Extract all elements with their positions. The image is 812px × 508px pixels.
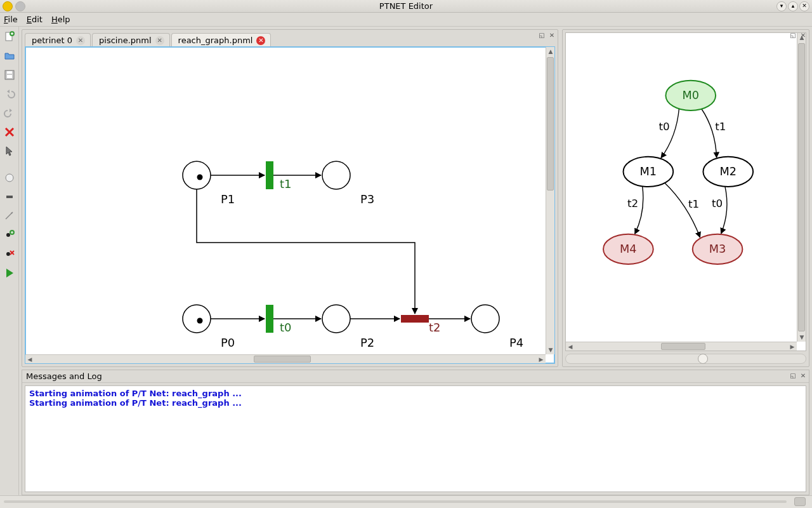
transition-disabled[interactable]: [401, 315, 429, 323]
vertical-scrollbar[interactable]: ▲ ▼: [797, 33, 806, 342]
place-tool-icon: [4, 172, 15, 184]
delete-button[interactable]: [2, 124, 17, 140]
place-node[interactable]: [471, 305, 499, 333]
app-icon: [3, 1, 13, 11]
place-label: P0: [221, 336, 235, 349]
add-token-button[interactable]: [2, 227, 17, 243]
scroll-thumb[interactable]: [254, 356, 311, 363]
scroll-thumb[interactable]: [661, 343, 705, 350]
place-node[interactable]: [322, 161, 350, 189]
new-file-button[interactable]: [2, 29, 17, 44]
save-icon: [4, 69, 15, 81]
vertical-scrollbar[interactable]: ▲ ▼: [546, 47, 554, 354]
transition-tool-button[interactable]: [2, 189, 17, 204]
state-edge[interactable]: [701, 109, 716, 158]
place-tool-button[interactable]: [2, 170, 17, 185]
log-line: Starting animation of P/T Net: reach_gra…: [29, 389, 802, 398]
scroll-left-icon[interactable]: ◀: [25, 355, 34, 364]
scroll-thumb[interactable]: [547, 57, 554, 190]
svg-point-9: [6, 252, 10, 256]
canvas[interactable]: P1P3P0P2P4t1t0t2 ▲ ▼ ◀ ▶: [25, 46, 555, 364]
svg-point-7: [6, 233, 10, 237]
maximize-button[interactable]: ▴: [788, 1, 798, 11]
state-edge-label: t1: [715, 120, 726, 133]
undo-button[interactable]: [2, 86, 17, 102]
place-label: P1: [221, 192, 235, 206]
scroll-up-icon[interactable]: ▲: [546, 47, 555, 56]
horizontal-scrollbar[interactable]: ◀ ▶: [25, 354, 546, 363]
messages-body[interactable]: Starting animation of P/T Net: reach_gra…: [25, 385, 806, 492]
menubar: File Edit Help: [0, 13, 812, 27]
menu-edit[interactable]: Edit: [27, 15, 43, 24]
arc[interactable]: [197, 189, 415, 314]
save-button[interactable]: [2, 67, 17, 83]
open-file-icon: [4, 50, 15, 62]
pane-restore-button[interactable]: ◱: [789, 371, 797, 380]
svg-rect-4: [7, 75, 12, 78]
tab-bar: petrinet 0 ✕ piscine.pnml ✕ reach_graph.…: [22, 30, 558, 46]
state-label: M1: [640, 165, 657, 178]
pane-close-button[interactable]: ✕: [547, 31, 556, 40]
messages-title: Messages and Log: [22, 370, 809, 383]
tab-close-icon[interactable]: ✕: [76, 36, 85, 45]
state-label: M0: [682, 89, 699, 102]
close-button[interactable]: ✕: [799, 1, 809, 11]
state-label: M3: [709, 243, 726, 255]
zoom-slider[interactable]: [565, 354, 806, 364]
horizontal-scrollbar[interactable]: ◀ ▶: [566, 342, 797, 351]
redo-icon: [4, 107, 15, 119]
transition-enabled[interactable]: [266, 161, 273, 189]
transition-label: t0: [280, 321, 292, 334]
tab-petrinet-0[interactable]: petrinet 0 ✕: [25, 33, 91, 47]
tab-reach-graph[interactable]: reach_graph.pnml ✕: [171, 33, 272, 47]
arc-tool-icon: [4, 210, 15, 222]
zoom-slider-knob[interactable]: [698, 354, 708, 364]
reachability-canvas[interactable]: M0M1M2M4M3t0t1t2t1t0 ▲ ▼ ◀ ▶: [565, 32, 806, 351]
add-token-icon: [4, 229, 15, 241]
transition-tool-icon: [4, 191, 15, 203]
tab-piscine[interactable]: piscine.pnml ✕: [92, 33, 170, 47]
messages-pane: ◱ ✕ Messages and Log Starting animation …: [22, 370, 809, 495]
svg-rect-6: [6, 196, 13, 198]
scroll-right-icon[interactable]: ▶: [788, 342, 797, 351]
menu-help[interactable]: Help: [51, 15, 70, 24]
pane-close-button[interactable]: ✕: [799, 371, 808, 380]
scroll-thumb[interactable]: [798, 43, 805, 331]
scroll-thumb[interactable]: [794, 497, 806, 506]
open-file-button[interactable]: [2, 48, 17, 64]
pane-restore-button[interactable]: ◱: [537, 31, 546, 40]
pane-close-button[interactable]: ✕: [799, 31, 808, 40]
pointer-button[interactable]: [2, 144, 17, 159]
transition-enabled[interactable]: [266, 305, 273, 333]
state-edge-label: t2: [627, 197, 638, 210]
titlebar: PTNET Editor ▾ ▴ ✕: [0, 0, 812, 13]
redo-button[interactable]: [2, 105, 17, 121]
place-node[interactable]: [183, 305, 211, 333]
transition-label: t2: [429, 321, 441, 334]
transition-label: t1: [280, 177, 292, 190]
scroll-down-icon[interactable]: ▼: [797, 333, 806, 342]
scroll-left-icon[interactable]: ◀: [566, 342, 575, 351]
menu-file[interactable]: File: [4, 15, 18, 24]
svg-point-5: [6, 174, 13, 182]
minimize-button[interactable]: ▾: [776, 1, 787, 11]
remove-token-icon: [4, 248, 15, 260]
tab-close-icon[interactable]: ✕: [256, 36, 265, 45]
tab-close-icon[interactable]: ✕: [155, 36, 164, 45]
arc-tool-button[interactable]: [2, 208, 17, 224]
place-label: P3: [360, 192, 374, 206]
pane-restore-button[interactable]: ◱: [789, 31, 797, 40]
scroll-down-icon[interactable]: ▼: [546, 345, 555, 354]
remove-token-button[interactable]: [2, 246, 17, 262]
scroll-right-icon[interactable]: ▶: [537, 355, 546, 364]
play-button[interactable]: [2, 265, 17, 281]
place-label: P4: [509, 336, 523, 349]
play-icon: [4, 267, 15, 279]
tab-label: petrinet 0: [32, 36, 72, 45]
global-scrollbar[interactable]: [0, 495, 812, 508]
place-node[interactable]: [183, 161, 211, 189]
delete-icon: [4, 126, 15, 138]
place-node[interactable]: [322, 305, 350, 333]
pointer-icon: [4, 145, 15, 157]
token-icon: [197, 175, 203, 180]
